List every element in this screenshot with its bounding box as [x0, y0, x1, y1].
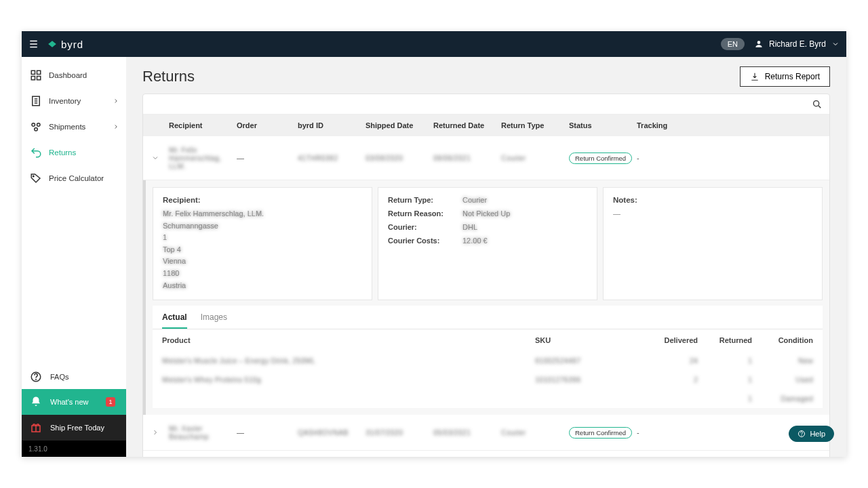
- table-row[interactable]: Mr. Felix Hammerschlag, LLM. — 41THR0382…: [143, 136, 829, 180]
- svg-point-12: [32, 123, 35, 127]
- cell-byrd-id: 41THR0382: [295, 154, 363, 162]
- shipfree-label: Ship Free Today: [50, 424, 104, 432]
- tag-icon: [30, 172, 42, 184]
- faq-label: FAQs: [50, 373, 69, 381]
- sidebar: Dashboard Inventory Shipments Returns: [22, 57, 126, 457]
- page-title: Returns: [142, 68, 195, 85]
- product-row: 1 Damaged: [153, 389, 823, 408]
- recipient-label: Recipient:: [163, 196, 362, 204]
- svg-line-21: [818, 106, 821, 108]
- sidebar-item-ship-free[interactable]: Ship Free Today: [22, 415, 126, 441]
- th-returned: Returned Date: [431, 121, 498, 129]
- svg-rect-6: [31, 77, 35, 80]
- version-label: 1.31.0: [22, 441, 126, 457]
- row-detail: Recipient: Mr. Felix Hammerschlag, LLM. …: [143, 180, 829, 415]
- sidebar-item-faqs[interactable]: FAQs: [22, 365, 126, 389]
- return-arrow-icon: [30, 146, 42, 159]
- cell-tracking: -: [634, 154, 702, 162]
- tab-images[interactable]: Images: [201, 312, 227, 329]
- notes-label: Notes:: [613, 196, 812, 204]
- help-label: Help: [810, 430, 825, 438]
- svg-point-23: [802, 435, 802, 436]
- table-row[interactable]: Mr. Xavier Beauchamp — QA5H8OVNAB 31/07/…: [143, 415, 829, 451]
- returns-report-button[interactable]: Returns Report: [740, 66, 830, 87]
- cell-recipient: Mr. Felix Hammerschlag, LLM.: [166, 146, 234, 170]
- svg-point-17: [36, 379, 37, 380]
- expand-toggle[interactable]: [149, 154, 166, 162]
- status-badge: Return Confirmed: [569, 427, 632, 439]
- svg-rect-5: [37, 70, 41, 74]
- sidebar-item-label: Price Calculator: [49, 174, 104, 182]
- chevron-down-icon: [831, 40, 840, 48]
- help-icon: [797, 430, 806, 438]
- sidebar-item-price-calculator[interactable]: Price Calculator: [22, 165, 126, 191]
- table-row[interactable]: Mrs. Marta Tarkova — MPC20IF33 04/08/202…: [143, 451, 829, 457]
- bell-icon: [30, 396, 42, 408]
- user-icon: [754, 39, 764, 49]
- notes-card: Notes: —: [603, 187, 823, 300]
- language-selector[interactable]: EN: [721, 38, 745, 50]
- chevron-right-icon: [113, 123, 119, 130]
- sidebar-item-whats-new[interactable]: What's new 1: [22, 389, 126, 415]
- user-name: Richard E. Byrd: [769, 39, 826, 49]
- cell-type: Courier: [498, 428, 566, 436]
- th-byrd-id: byrd ID: [295, 121, 363, 129]
- sidebar-item-label: Returns: [49, 148, 76, 157]
- main-content: Returns Returns Report Recipient Order b…: [126, 57, 846, 457]
- notification-badge: 1: [106, 397, 115, 407]
- topbar: byrd EN Richard E. Byrd: [22, 31, 846, 57]
- boxes-icon: [30, 121, 42, 133]
- th-tracking: Tracking: [634, 121, 702, 129]
- cell-type: Courier: [498, 154, 566, 162]
- user-menu[interactable]: Richard E. Byrd: [754, 39, 840, 49]
- sidebar-item-dashboard[interactable]: Dashboard: [22, 62, 126, 88]
- cell-returned: 05/03/2021: [431, 428, 498, 436]
- product-table-header: Product SKU Delivered Returned Condition: [153, 329, 823, 351]
- svg-point-13: [37, 123, 41, 127]
- svg-point-14: [35, 128, 38, 131]
- cell-shipped: 31/07/2020: [363, 428, 431, 436]
- product-row: Meister's Whey Proteins 510g 10101276396…: [153, 370, 823, 389]
- th-shipped: Shipped Date: [363, 121, 431, 129]
- sidebar-item-shipments[interactable]: Shipments: [22, 114, 126, 140]
- product-row: Meister's Muscle Juice – Energy Drink, 2…: [153, 351, 823, 370]
- cell-order: —: [234, 154, 295, 162]
- question-icon: [30, 371, 42, 383]
- svg-rect-7: [37, 77, 41, 80]
- cell-shipped: 03/08/2020: [363, 154, 431, 162]
- hamburger-icon[interactable]: [28, 38, 41, 50]
- grid-icon: [30, 69, 42, 81]
- svg-rect-4: [31, 70, 35, 74]
- chevron-right-icon: [113, 98, 119, 104]
- svg-point-15: [33, 176, 35, 177]
- th-order: Order: [234, 121, 295, 129]
- th-status: Status: [566, 121, 634, 129]
- return-info-card: Return Type:Courier Return Reason:Not Pi…: [378, 187, 597, 300]
- recipient-card: Recipient: Mr. Felix Hammerschlag, LLM. …: [153, 187, 372, 300]
- cell-order: —: [234, 428, 295, 436]
- help-button[interactable]: Help: [789, 426, 834, 442]
- th-type: Return Type: [498, 121, 566, 129]
- svg-point-20: [814, 100, 819, 106]
- sidebar-item-returns[interactable]: Returns: [22, 140, 126, 165]
- download-icon: [750, 72, 760, 81]
- sidebar-item-label: Dashboard: [49, 71, 87, 79]
- report-btn-label: Returns Report: [765, 72, 820, 81]
- whatsnew-label: What's new: [50, 398, 89, 406]
- tab-actual[interactable]: Actual: [162, 312, 187, 329]
- cell-byrd-id: QA5H8OVNAB: [295, 428, 363, 436]
- cell-returned: 08/06/2021: [431, 154, 498, 162]
- clipboard-icon: [30, 95, 42, 107]
- search-icon[interactable]: [812, 99, 823, 110]
- expand-toggle[interactable]: [149, 428, 166, 436]
- detail-tabs: Actual Images: [153, 306, 823, 329]
- sidebar-item-inventory[interactable]: Inventory: [22, 88, 126, 114]
- svg-point-3: [757, 41, 761, 44]
- cell-tracking: -: [634, 428, 702, 436]
- logo[interactable]: byrd: [47, 39, 83, 50]
- sidebar-item-label: Shipments: [49, 123, 85, 131]
- cell-recipient: Mr. Xavier Beauchamp: [166, 424, 234, 441]
- table-header: Recipient Order byrd ID Shipped Date Ret…: [143, 115, 829, 136]
- gift-icon: [30, 422, 42, 434]
- th-recipient: Recipient: [166, 121, 234, 129]
